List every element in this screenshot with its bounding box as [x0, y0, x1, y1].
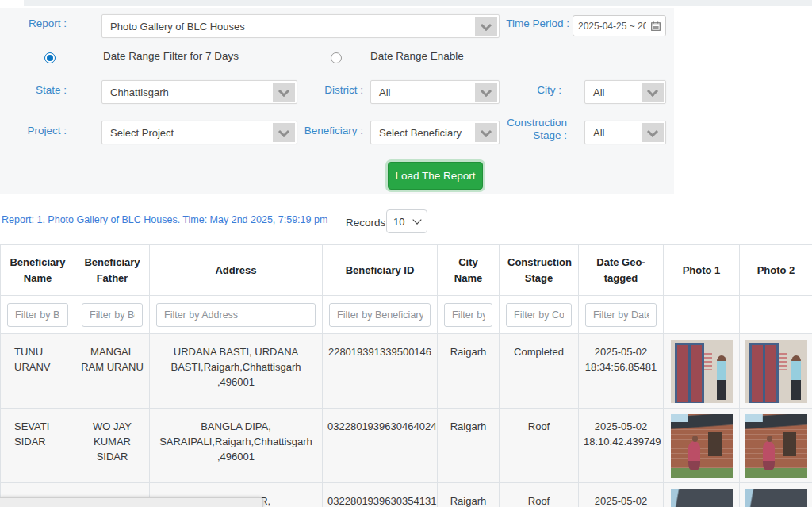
cell-date: 2025-05-02 18:34:56.85481 [579, 334, 664, 409]
chevron-down-icon [412, 215, 421, 224]
table-row: SEVATI SIDARWO JAY KUMAR SIDARBANGLA DIP… [1, 409, 812, 483]
header-row: Beneficiary NameBeneficiary FatherAddres… [1, 245, 812, 296]
filter-row [1, 296, 812, 334]
district-select-value: All [371, 86, 473, 98]
load-report-button[interactable]: Load The Report [388, 162, 483, 190]
chevron-down-icon [273, 123, 295, 142]
time-period-label: Time Period : [504, 17, 569, 30]
column-header-name: Beneficiary Name [1, 245, 75, 296]
cell-stage: Roof [500, 483, 579, 507]
cell-address: BANGLA DIPA, SARAIPALI,Raigarh,Chhattisg… [150, 409, 323, 483]
column-header-photo2: Photo 2 [740, 245, 812, 296]
state-label: State : [0, 84, 67, 97]
filter-cell-beneficiary_id [323, 296, 438, 334]
project-select[interactable]: Select Project [102, 121, 297, 144]
beneficiary-select[interactable]: Select Beneficiary [370, 121, 500, 144]
photo1-thumbnail[interactable] [671, 340, 733, 403]
report-select-value: Photo Gallery of BLC Houses [102, 21, 473, 33]
records-select-value: 10 [393, 216, 414, 228]
cell-father: MANGAL RAM URANU [75, 334, 150, 409]
filter-input-beneficiary_id[interactable] [329, 303, 431, 327]
filter-cell-stage [500, 296, 579, 334]
filter-input-address[interactable] [156, 303, 316, 327]
column-header-father: Beneficiary Father [75, 245, 150, 296]
cell-date: 2025-05-02 18:10:42.439749 [579, 409, 664, 483]
chevron-down-icon [642, 83, 664, 102]
photo2-thumbnail[interactable] [745, 414, 807, 478]
cell-date: 2025-05-02 [579, 483, 664, 507]
column-header-address: Address [150, 245, 323, 296]
time-period-input[interactable]: 2025-04-25 ~ 2025 [573, 15, 666, 36]
filter-input-date[interactable] [585, 303, 657, 327]
cell-city: Raigarh [438, 483, 500, 507]
photo2-thumbnail[interactable] [745, 489, 807, 507]
cell-city: Raigarh [438, 409, 500, 483]
beneficiary-select-value: Select Beneficiary [371, 127, 473, 139]
photo1-thumbnail[interactable] [671, 489, 733, 507]
filter-cell-photo1 [664, 296, 740, 334]
cell-stage: Roof [500, 409, 579, 483]
records-select[interactable]: 10 [386, 209, 427, 233]
district-label: District : [301, 84, 363, 97]
column-header-photo1: Photo 1 [664, 245, 740, 296]
cell-photo2 [740, 409, 812, 483]
project-select-value: Select Project [102, 127, 271, 139]
chevron-down-icon [475, 17, 497, 36]
filter-cell-name [1, 296, 75, 334]
filter-input-name[interactable] [7, 303, 68, 327]
photo1-thumbnail[interactable] [671, 414, 733, 478]
radio-date-range-enable[interactable] [331, 52, 342, 63]
report-page: Report : Photo Gallery of BLC Houses Tim… [0, 0, 812, 507]
project-label: Project : [0, 125, 67, 137]
time-period-value: 2025-04-25 ~ 2025 [578, 21, 646, 32]
report-label: Report : [0, 17, 67, 30]
filter-cell-date [579, 296, 664, 334]
filter-input-city[interactable] [444, 303, 492, 327]
filter-cell-photo2 [740, 296, 812, 334]
column-header-stage: Construction Stage [500, 245, 579, 296]
column-header-city: City Name [438, 245, 500, 296]
state-select[interactable]: Chhattisgarh [102, 80, 297, 104]
table-row: TUNU URANVMANGAL RAM URANUURDANA BASTI, … [1, 334, 812, 409]
filter-input-stage[interactable] [506, 303, 572, 327]
cell-name: SEVATI SIDAR [1, 409, 75, 483]
district-select[interactable]: All [370, 80, 500, 104]
report-title: Report: 1. Photo Gallery of BLC Houses. … [2, 214, 327, 225]
photo2-thumbnail[interactable] [745, 340, 807, 403]
radio-7days-label: Date Range Filter for 7 Days [103, 50, 239, 62]
status-popup [0, 497, 263, 507]
cell-photo2 [740, 334, 812, 409]
construction-stage-select[interactable]: All [584, 121, 666, 144]
chevron-down-icon [475, 83, 497, 102]
chevron-down-icon [642, 123, 664, 142]
top-strip [24, 0, 812, 6]
cell-father: WO JAY KUMAR SIDAR [75, 409, 150, 483]
filter-cell-city [438, 296, 500, 334]
cell-city: Raigarh [438, 334, 500, 409]
cell-beneficiary_id: 0322801939630354131 [323, 483, 438, 507]
city-label: City : [508, 84, 561, 97]
radio-7days[interactable] [44, 52, 56, 63]
report-select[interactable]: Photo Gallery of BLC Houses [102, 14, 500, 38]
filter-input-father[interactable] [82, 303, 143, 327]
records-label: Records: [346, 217, 389, 229]
beneficiary-label: Beneficiary : [293, 125, 363, 137]
filter-cell-address [150, 296, 323, 334]
city-select-value: All [585, 86, 640, 98]
filter-cell-father [75, 296, 150, 334]
construction-stage-select-value: All [585, 127, 640, 139]
column-header-beneficiary_id: Beneficiary ID [323, 245, 438, 296]
cell-beneficiary_id: 228019391339500146 [323, 334, 438, 409]
cell-stage: Completed [500, 334, 579, 409]
cell-photo1 [664, 483, 740, 507]
cell-address: URDANA BASTI, URDANA BASTI,Raigarh,Chhat… [150, 334, 323, 409]
cell-photo1 [664, 334, 740, 409]
city-select[interactable]: All [584, 80, 666, 104]
filter-form: Report : Photo Gallery of BLC Houses Tim… [0, 8, 674, 194]
chevron-down-icon [475, 123, 497, 142]
state-select-value: Chhattisgarh [102, 86, 271, 98]
column-header-date: Date Geo-tagged [579, 245, 664, 296]
report-bar: Report: 1. Photo Gallery of BLC Houses. … [0, 194, 812, 244]
cell-photo2 [740, 483, 812, 507]
radio-date-range-enable-label: Date Range Enable [370, 50, 464, 62]
